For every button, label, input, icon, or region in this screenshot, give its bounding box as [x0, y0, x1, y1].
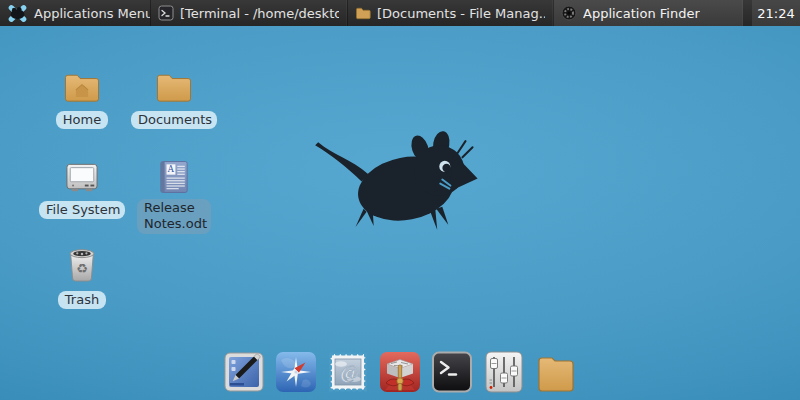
- taskbar-button-application-finder[interactable]: Application Finder: [553, 0, 743, 26]
- terminal-icon: [158, 5, 174, 21]
- taskbar-label: [Terminal - /home/desktop]: [180, 6, 339, 21]
- audio-mixer-icon: [483, 350, 525, 394]
- terminal-launcher[interactable]: [431, 350, 473, 394]
- web-browser-icon: [275, 350, 317, 394]
- taskbar-label: Application Finder: [583, 6, 700, 21]
- desktop-icon-label: Release Notes.odt: [137, 199, 211, 234]
- desktop: Applications Menu [Terminal - /home/desk…: [0, 0, 800, 400]
- desktop-icon-home[interactable]: Home: [36, 64, 128, 129]
- svg-text:@: @: [339, 361, 359, 383]
- trash-icon: ♻: [65, 246, 99, 284]
- taskbar-button-file-manager[interactable]: [Documents - File Manag...: [347, 0, 553, 26]
- taskbar-label: [Documents - File Manag...: [377, 6, 545, 21]
- mail-launcher[interactable]: @: [327, 350, 369, 394]
- computer-icon: [63, 162, 101, 194]
- desktop-icon-documents[interactable]: Documents: [128, 64, 220, 129]
- desktop-icon-label: Home: [56, 111, 108, 129]
- terminal-icon: [431, 350, 473, 394]
- desktop-icon-file-system[interactable]: File System: [36, 154, 128, 219]
- taskbar-button-terminal[interactable]: [Terminal - /home/desktop]: [150, 0, 347, 26]
- desktop-icon-trash[interactable]: ♻ Trash: [36, 244, 128, 309]
- file-manager-icon: [535, 350, 577, 394]
- desktop-icon-release-notes[interactable]: A Release Notes.odt: [128, 154, 220, 234]
- applications-menu-button[interactable]: Applications Menu: [0, 0, 150, 26]
- top-panel: Applications Menu [Terminal - /home/desk…: [0, 0, 800, 26]
- panel-spacer: [743, 0, 752, 26]
- audio-mixer-launcher[interactable]: [483, 350, 525, 394]
- app-finder-icon: [561, 5, 577, 21]
- document-icon: A: [159, 160, 189, 194]
- desktop-settings-icon: [223, 350, 265, 394]
- desktop-icon-label: Documents: [131, 111, 217, 129]
- svg-text:A: A: [167, 164, 175, 174]
- folder-icon: [355, 5, 371, 21]
- xfce-mouse-logo: [303, 122, 515, 235]
- applications-menu-label: Applications Menu: [34, 6, 150, 21]
- desktop-settings-launcher[interactable]: [223, 350, 265, 394]
- desktop-icon-label: Trash: [58, 291, 106, 309]
- desktop-icon-label: File System: [39, 201, 125, 219]
- dock: @: [223, 350, 577, 394]
- svg-text:♻: ♻: [76, 261, 88, 276]
- web-browser-launcher[interactable]: [275, 350, 317, 394]
- archive-manager-launcher[interactable]: [379, 350, 421, 394]
- archive-manager-icon: [379, 350, 421, 394]
- file-manager-launcher[interactable]: [535, 350, 577, 394]
- mail-icon: @: [327, 350, 369, 394]
- clock[interactable]: 21:24: [752, 0, 800, 26]
- folder-icon: [155, 71, 193, 104]
- xfce-logo-icon: [7, 3, 28, 24]
- home-folder-icon: [63, 71, 101, 104]
